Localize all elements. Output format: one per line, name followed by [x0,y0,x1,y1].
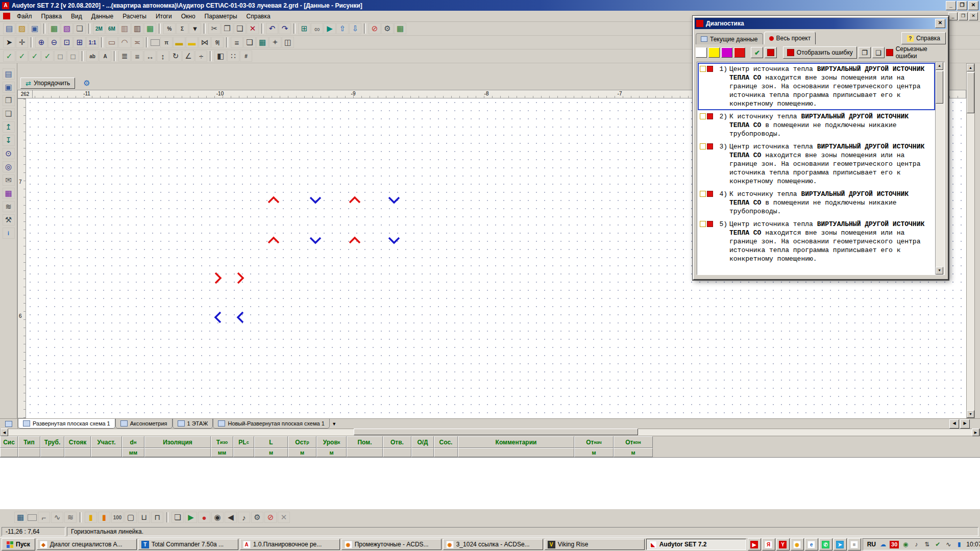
book2-icon[interactable]: ▥ [131,23,143,34]
confirm-check-button[interactable]: ✔ [751,47,763,58]
valve-icon[interactable]: ⋈ [199,37,211,48]
edge-icon[interactable]: e [805,538,818,550]
diagnostic-error-item-5[interactable]: 5)Центр источника тепла ВИРТУАЛЬНЫЙ ДРУГ… [698,218,935,265]
menu-item-2[interactable]: Вид [66,11,87,21]
align-left-icon[interactable]: ≣ [118,51,131,62]
minimize-button[interactable]: _ [946,1,956,10]
copy-icon[interactable]: ❐ [221,23,233,34]
n-bracket-icon[interactable]: ⊓ [151,512,163,523]
copy-all-button[interactable]: ❑ [872,47,885,58]
column-header-9[interactable]: L [254,436,288,448]
error-filter-color-2[interactable] [721,47,732,58]
diag-scroll-down-button[interactable]: ▼ [936,267,943,274]
sheet-tab-2[interactable]: 1 ЭТАЖ [173,419,213,429]
close-button[interactable]: ✕ [968,1,978,10]
cut-icon[interactable]: ✂ [208,23,220,34]
mdi-restore-button[interactable]: ❐ [959,12,968,20]
align-center-icon[interactable]: ≡ [131,51,143,62]
lamp-yellow-icon[interactable]: ▮ [85,512,97,523]
column-header-16[interactable]: Комментарии [458,436,574,448]
error-severity-icon[interactable] [707,113,713,119]
help-button[interactable]: ?Справка [901,32,946,44]
blank-toggle-2[interactable]: □ [67,51,79,62]
zoom-in-icon[interactable]: ⊕ [35,37,47,48]
column-header-4[interactable]: Участ. [91,436,122,448]
error-severity-icon[interactable] [707,221,713,227]
preview-icon[interactable]: ❐ [3,95,15,106]
column-header-18[interactable]: Откон [614,436,653,448]
save-page-icon[interactable]: ▣ [3,82,15,93]
pipe-up-chevron[interactable] [267,196,280,204]
label2-icon[interactable]: ▬ [186,37,198,48]
error-red-button[interactable] [765,47,777,58]
menu-item-5[interactable]: Итоги [151,11,177,21]
undo-icon[interactable]: ↶ [266,23,278,34]
profile-icon[interactable]: ∿ [51,512,63,523]
page-icon[interactable]: ▤ [3,68,15,80]
sound-icon[interactable]: ♪ [238,512,250,523]
diag-scroll-up-button[interactable]: ▲ [936,62,943,70]
scroll-up-button[interactable]: ▲ [967,64,974,71]
arrow-down-icon[interactable]: ⇩ [349,23,361,34]
column-header-17[interactable]: Отнач [574,436,614,448]
column-header-14[interactable]: О/Д [411,436,434,448]
diagnostics-tab-1[interactable]: Весь проект [764,32,816,44]
save-icon[interactable]: ▣ [29,23,41,34]
print-page-icon[interactable]: ❏ [3,108,15,119]
pipe-up-chevron[interactable] [348,236,361,244]
scroll-left-button[interactable]: ◀ [1,429,8,436]
export-icon[interactable]: ↥ [3,121,15,133]
tools-icon[interactable]: ⚒ [3,214,15,226]
settings-icon[interactable]: ⚙ [381,23,394,34]
notes-icon[interactable]: ≡ [848,538,861,550]
column-header-7[interactable]: Tизо [211,436,233,448]
menu-item-6[interactable]: Окно [177,11,200,21]
chrome-icon[interactable]: ◉ [791,538,804,550]
pipe-right-chevron[interactable] [236,271,245,285]
distribute-h-icon[interactable]: ↔ [144,51,156,62]
badge-count[interactable]: 30 [890,541,899,548]
font-icon[interactable]: A [99,51,111,62]
whatsapp-icon[interactable]: ✆ [819,538,832,550]
ban-small-icon[interactable]: ⊘ [264,512,277,523]
horizontal-scroll-thumb[interactable] [354,429,638,435]
pipe-left-chevron[interactable] [236,311,245,324]
canvas-settings-gear-icon[interactable]: ⚙ [83,79,90,88]
column-header-6[interactable]: Изоляция [144,436,211,448]
binoculars-icon[interactable]: ◎ [3,161,15,172]
percent-icon[interactable]: % [163,23,176,34]
table-body[interactable] [0,457,980,510]
menu-item-7[interactable]: Параметры [200,11,242,21]
monitor-icon[interactable]: ▢ [125,512,137,523]
shield-tray-icon[interactable]: ✔ [934,540,942,548]
language-indicator[interactable]: RU [867,541,876,548]
error-filter-color-0[interactable] [696,47,707,58]
tab-scroll-left-button[interactable]: ◀ [949,419,959,429]
task-button-0[interactable]: ◆Диалог специалистов А... [37,539,137,550]
ru-flag-icon[interactable] [151,39,160,46]
arrange-button[interactable]: ⇄ Упорядочить [20,78,75,89]
insert-module-icon[interactable]: ⊞ [298,23,310,34]
protractor-icon[interactable]: ◠ [118,37,131,48]
sheet-tab-0[interactable]: Развернутая плоская схема 1 [18,419,115,429]
rotate-icon[interactable]: ↻ [169,51,182,62]
zoom-out-icon[interactable]: ⊖ [48,37,60,48]
blank-toggle-1[interactable]: □ [54,51,66,62]
group-icon[interactable]: ◧ [214,51,227,62]
yandex-icon[interactable]: Я [762,538,775,550]
grid-table-icon[interactable]: ▦ [256,37,268,48]
u-bracket-icon[interactable]: ⊔ [138,512,150,523]
ruler-icon[interactable]: ▭ [106,37,118,48]
error-list-icon[interactable] [700,66,706,72]
column-header-5[interactable]: dн [122,436,144,448]
pipe-down-chevron[interactable] [387,196,401,204]
new-sheet-icon[interactable]: ▤ [3,23,15,34]
sheet-tab-3[interactable]: Новый-Развернутая плоская схема 1 [213,419,329,429]
column-header-2[interactable]: Труб. [40,436,64,448]
connect-icon[interactable]: ∞ [311,23,323,34]
label-icon[interactable]: ▬ [173,37,185,48]
error-severity-icon[interactable] [707,143,713,149]
text-style-icon[interactable]: ab [86,51,99,62]
menu-item-8[interactable]: Справка [242,11,275,21]
book-icon[interactable]: ▥ [118,23,131,34]
